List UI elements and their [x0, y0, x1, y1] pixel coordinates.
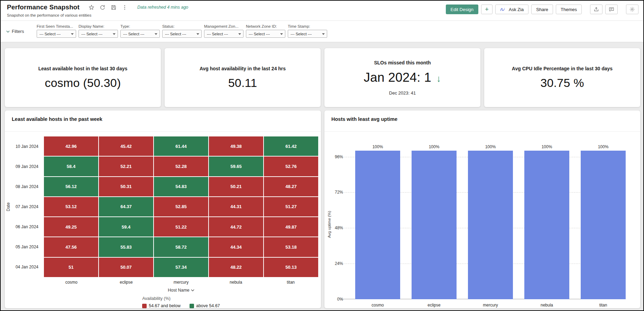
filter-select-1[interactable]: --- Select ---	[79, 30, 118, 38]
heatmap-cell[interactable]: 48.22	[209, 258, 263, 277]
heatmap-cell[interactable]: 50.07	[99, 258, 153, 277]
bar-category-label: nebula	[524, 303, 569, 308]
heatmap-cell[interactable]: 58.4	[44, 157, 98, 176]
filter-select-4[interactable]: --- Select ---	[204, 30, 243, 38]
heatmap-cell[interactable]: 50.31	[99, 177, 153, 196]
bar-category-label: eclipse	[412, 303, 457, 308]
heatmap-cell[interactable]: 58.72	[154, 237, 208, 257]
filter-group-6: Time Stamp:--- Select ---	[288, 24, 327, 38]
heatmap-cell[interactable]: 44.34	[209, 237, 263, 257]
heatmap-x-axis-label[interactable]: Host Name	[44, 288, 318, 293]
trend-down-arrow-icon: ↓	[434, 73, 441, 84]
heatmap-cell[interactable]: 59.4	[99, 217, 153, 237]
heatmap-cell[interactable]: 47.56	[44, 237, 98, 257]
filters-bar: Filters First Seen Timesta...--- Select …	[1, 21, 643, 42]
kpi-title: Avg CPU Idle Percentage in the last 30 d…	[512, 66, 613, 71]
ask-zia-button[interactable]: Ask Zia	[495, 5, 528, 14]
bar-nebula[interactable]	[524, 151, 569, 299]
filter-select-5[interactable]: --- Select ---	[246, 30, 285, 38]
kpi-value: Jan 2024: 1 ↓	[364, 70, 441, 85]
heatmap-category-label: cosmo	[44, 280, 99, 285]
bar-value-label: 100%	[581, 144, 626, 149]
heatmap-cell[interactable]: 44.72	[209, 217, 263, 237]
legend-item-high[interactable]: above 54.67	[190, 303, 220, 308]
heatmap-cell[interactable]: 53.18	[264, 237, 318, 257]
filter-label: Network Zone ID:	[246, 24, 285, 28]
heatmap-cell[interactable]: 52.76	[264, 157, 318, 176]
heatmap-cell[interactable]: 50.21	[209, 177, 263, 196]
kpi-value: 50.11	[228, 76, 257, 90]
heatmap-cell[interactable]: 53.12	[44, 197, 98, 216]
gear-icon[interactable]	[626, 5, 638, 14]
bar-cosmo[interactable]	[355, 151, 400, 299]
filter-select-6[interactable]: --- Select ---	[288, 30, 327, 38]
select-arrow-icon	[71, 33, 74, 35]
heatmap-cell[interactable]: 44.31	[209, 197, 263, 216]
heatmap-cell[interactable]: 42.96	[44, 136, 98, 156]
heatmap-cell[interactable]: 52.21	[99, 157, 153, 176]
heatmap-cell[interactable]: 57.34	[154, 258, 208, 277]
share-button[interactable]: Share	[531, 5, 553, 14]
filter-select-3[interactable]: --- Select ---	[162, 30, 202, 38]
bar-value-label: 100%	[412, 144, 457, 149]
heatmap-cell[interactable]: 49.87	[264, 217, 318, 237]
heatmap-cell[interactable]: 52.85	[154, 197, 208, 216]
refresh-icon[interactable]	[100, 5, 105, 10]
save-icon[interactable]	[111, 5, 117, 10]
heatmap-cell[interactable]: 45.42	[99, 136, 153, 156]
heatmap-panel: Least available hosts in the past week D…	[5, 110, 321, 308]
heatmap-cell[interactable]: 59.65	[209, 157, 263, 176]
star-icon[interactable]	[89, 5, 94, 10]
heatmap-category-label: nebula	[209, 280, 264, 285]
heatmap-title: Least available hosts in the past week	[12, 116, 102, 122]
heatmap-cell[interactable]: 51	[44, 258, 98, 277]
filter-label: Type:	[120, 24, 160, 28]
comment-button[interactable]	[605, 5, 618, 14]
themes-button[interactable]: Themes	[556, 5, 582, 14]
heatmap-cell[interactable]: 49.38	[209, 136, 263, 156]
filter-select-0[interactable]: --- Select ---	[37, 30, 76, 38]
bar-category-label: cosmo	[355, 303, 400, 308]
export-button[interactable]	[590, 5, 602, 14]
heatmap-cell[interactable]: 61.44	[154, 136, 208, 156]
kpi-title: SLOs missed this month	[374, 60, 431, 65]
kebab-menu-icon[interactable]	[122, 5, 128, 10]
heatmap-cell[interactable]: 64.37	[99, 197, 153, 216]
filter-select-2[interactable]: --- Select ---	[120, 30, 160, 38]
bar-eclipse[interactable]	[412, 151, 457, 299]
heatmap-cell[interactable]: 51.27	[264, 197, 318, 216]
dashboard-screen: Performance Snapshot Data refreshed 4 mi…	[0, 0, 644, 311]
heatmap-cell[interactable]: 51.22	[154, 217, 208, 237]
heatmap-row-label: 07 Jan 2024	[5, 197, 42, 217]
add-button[interactable]: +	[481, 5, 493, 14]
kpi-title: Avg host availability in the last 24 hrs	[200, 66, 286, 71]
y-axis-tick-label: 48%	[331, 225, 343, 230]
select-arrow-icon	[196, 33, 199, 35]
filter-label: Time Stamp:	[288, 24, 327, 28]
heatmap-cell[interactable]: 55.83	[99, 237, 153, 257]
heatmap-cell[interactable]: 48.27	[264, 177, 318, 196]
chevron-down-icon	[191, 288, 194, 292]
heatmap-category-label: titan	[263, 280, 318, 285]
kpi-card-3: Avg CPU Idle Percentage in the last 30 d…	[484, 48, 640, 107]
filter-group-0: First Seen Timesta...--- Select ---	[37, 24, 76, 38]
heatmap-cell[interactable]: 56.12	[44, 177, 98, 196]
edit-design-button[interactable]: Edit Design	[446, 5, 478, 14]
legend-item-low[interactable]: 54.67 and below	[142, 303, 181, 308]
heatmap-cell[interactable]: 49.25	[44, 217, 98, 237]
header: Performance Snapshot Data refreshed 4 mi…	[1, 1, 643, 21]
filters-toggle[interactable]: Filters	[6, 29, 24, 34]
bar-mercury[interactable]	[468, 151, 513, 299]
kpi-card-1: Avg host availability in the last 24 hrs…	[165, 48, 321, 107]
heatmap-cell[interactable]: 52.28	[154, 157, 208, 176]
heatmap-row-label: 09 Jan 2024	[5, 157, 42, 177]
heatmap-cell[interactable]: 61.42	[264, 136, 318, 156]
zia-icon	[500, 7, 506, 12]
heatmap-cell[interactable]: 50.13	[264, 258, 318, 277]
bar-titan[interactable]	[581, 151, 626, 299]
legend-swatch-red	[142, 304, 147, 308]
filter-label: Display Name:	[79, 24, 118, 28]
kpi-card-0: Least available host in the last 30 days…	[5, 48, 161, 107]
heatmap-cell[interactable]: 54.83	[154, 177, 208, 196]
chevron-down-icon	[6, 30, 10, 33]
